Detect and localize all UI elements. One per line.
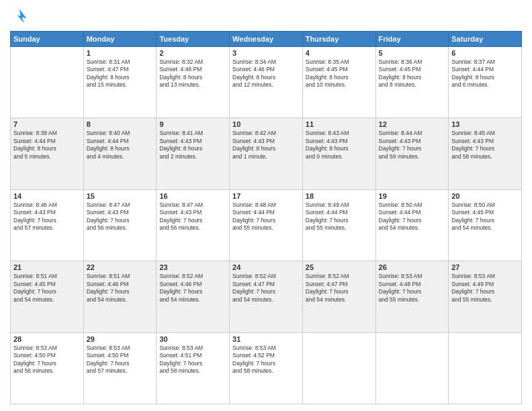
day-cell: 29Sunrise: 8:53 AM Sunset: 4:50 PM Dayli… xyxy=(83,332,157,404)
day-number: 28 xyxy=(13,335,81,343)
day-cell: 14Sunrise: 8:46 AM Sunset: 4:43 PM Dayli… xyxy=(11,189,84,261)
day-cell: 15Sunrise: 8:47 AM Sunset: 4:43 PM Dayli… xyxy=(83,189,157,261)
day-number: 4 xyxy=(306,49,373,57)
day-info: Sunrise: 8:53 AM Sunset: 4:50 PM Dayligh… xyxy=(13,345,81,375)
day-info: Sunrise: 8:52 AM Sunset: 4:47 PM Dayligh… xyxy=(232,273,300,304)
day-info: Sunrise: 8:52 AM Sunset: 4:47 PM Dayligh… xyxy=(306,273,373,304)
day-info: Sunrise: 8:53 AM Sunset: 4:51 PM Dayligh… xyxy=(159,345,226,375)
svg-marker-0 xyxy=(17,9,27,24)
day-info: Sunrise: 8:51 AM Sunset: 4:45 PM Dayligh… xyxy=(13,273,81,304)
day-info: Sunrise: 8:50 AM Sunset: 4:45 PM Dayligh… xyxy=(451,201,519,232)
day-cell: 6Sunrise: 8:37 AM Sunset: 4:44 PM Daylig… xyxy=(449,47,522,118)
day-info: Sunrise: 8:43 AM Sunset: 4:43 PM Dayligh… xyxy=(306,130,373,161)
day-number: 6 xyxy=(451,49,519,57)
day-number: 10 xyxy=(232,120,300,128)
day-cell: 31Sunrise: 8:53 AM Sunset: 4:52 PM Dayli… xyxy=(230,332,303,404)
day-number: 7 xyxy=(13,120,81,128)
day-number: 5 xyxy=(379,49,446,57)
day-info: Sunrise: 8:49 AM Sunset: 4:44 PM Dayligh… xyxy=(306,201,373,232)
day-cell: 26Sunrise: 8:53 AM Sunset: 4:48 PM Dayli… xyxy=(375,261,449,332)
col-header-sunday: Sunday xyxy=(11,32,84,47)
day-number: 27 xyxy=(451,263,519,271)
day-info: Sunrise: 8:53 AM Sunset: 4:49 PM Dayligh… xyxy=(451,273,519,304)
day-number: 3 xyxy=(232,49,300,57)
day-number: 11 xyxy=(306,120,373,128)
day-info: Sunrise: 8:47 AM Sunset: 4:43 PM Dayligh… xyxy=(159,201,226,232)
day-cell: 19Sunrise: 8:50 AM Sunset: 4:44 PM Dayli… xyxy=(375,189,449,261)
day-info: Sunrise: 8:46 AM Sunset: 4:43 PM Dayligh… xyxy=(13,201,81,232)
day-cell: 13Sunrise: 8:45 AM Sunset: 4:43 PM Dayli… xyxy=(449,118,522,189)
col-header-thursday: Thursday xyxy=(302,32,375,47)
day-number: 8 xyxy=(87,120,154,128)
col-header-monday: Monday xyxy=(83,32,157,47)
day-cell: 25Sunrise: 8:52 AM Sunset: 4:47 PM Dayli… xyxy=(302,261,375,332)
day-cell: 23Sunrise: 8:52 AM Sunset: 4:46 PM Dayli… xyxy=(157,261,230,332)
day-cell: 2Sunrise: 8:32 AM Sunset: 4:46 PM Daylig… xyxy=(157,47,230,118)
day-number: 16 xyxy=(159,192,226,200)
day-number: 30 xyxy=(159,335,226,343)
week-row-3: 14Sunrise: 8:46 AM Sunset: 4:43 PM Dayli… xyxy=(11,189,522,261)
day-number: 19 xyxy=(379,192,446,200)
day-info: Sunrise: 8:53 AM Sunset: 4:52 PM Dayligh… xyxy=(232,345,300,375)
col-header-tuesday: Tuesday xyxy=(157,32,230,47)
day-cell: 5Sunrise: 8:36 AM Sunset: 4:45 PM Daylig… xyxy=(375,47,449,118)
day-number: 26 xyxy=(379,263,446,271)
day-info: Sunrise: 8:48 AM Sunset: 4:44 PM Dayligh… xyxy=(232,201,300,232)
header-row: SundayMondayTuesdayWednesdayThursdayFrid… xyxy=(11,32,522,47)
day-info: Sunrise: 8:32 AM Sunset: 4:46 PM Dayligh… xyxy=(159,58,226,89)
day-cell: 9Sunrise: 8:41 AM Sunset: 4:43 PM Daylig… xyxy=(157,118,230,189)
day-cell: 4Sunrise: 8:35 AM Sunset: 4:45 PM Daylig… xyxy=(302,47,375,118)
day-info: Sunrise: 8:42 AM Sunset: 4:43 PM Dayligh… xyxy=(232,130,300,161)
day-info: Sunrise: 8:51 AM Sunset: 4:46 PM Dayligh… xyxy=(87,273,154,304)
day-cell: 11Sunrise: 8:43 AM Sunset: 4:43 PM Dayli… xyxy=(302,118,375,189)
day-cell: 30Sunrise: 8:53 AM Sunset: 4:51 PM Dayli… xyxy=(157,332,230,404)
day-cell: 22Sunrise: 8:51 AM Sunset: 4:46 PM Dayli… xyxy=(83,261,157,332)
day-info: Sunrise: 8:52 AM Sunset: 4:46 PM Dayligh… xyxy=(159,273,226,304)
day-info: Sunrise: 8:35 AM Sunset: 4:45 PM Dayligh… xyxy=(306,58,373,89)
day-info: Sunrise: 8:53 AM Sunset: 4:48 PM Dayligh… xyxy=(379,273,446,304)
day-cell: 16Sunrise: 8:47 AM Sunset: 4:43 PM Dayli… xyxy=(157,189,230,261)
day-cell: 3Sunrise: 8:34 AM Sunset: 4:46 PM Daylig… xyxy=(230,47,303,118)
day-cell: 12Sunrise: 8:44 AM Sunset: 4:43 PM Dayli… xyxy=(375,118,449,189)
day-info: Sunrise: 8:39 AM Sunset: 4:44 PM Dayligh… xyxy=(13,130,81,161)
week-row-5: 28Sunrise: 8:53 AM Sunset: 4:50 PM Dayli… xyxy=(11,332,522,404)
day-number: 25 xyxy=(306,263,373,271)
day-cell: 20Sunrise: 8:50 AM Sunset: 4:45 PM Dayli… xyxy=(449,189,522,261)
header xyxy=(10,7,522,26)
logo xyxy=(10,7,32,26)
day-cell xyxy=(11,47,84,118)
day-info: Sunrise: 8:50 AM Sunset: 4:44 PM Dayligh… xyxy=(379,201,446,232)
day-cell: 8Sunrise: 8:40 AM Sunset: 4:44 PM Daylig… xyxy=(83,118,157,189)
day-number: 2 xyxy=(159,49,226,57)
day-cell: 7Sunrise: 8:39 AM Sunset: 4:44 PM Daylig… xyxy=(11,118,84,189)
week-row-2: 7Sunrise: 8:39 AM Sunset: 4:44 PM Daylig… xyxy=(11,118,522,189)
day-number: 14 xyxy=(13,192,81,200)
day-number: 24 xyxy=(232,263,300,271)
day-cell: 27Sunrise: 8:53 AM Sunset: 4:49 PM Dayli… xyxy=(449,261,522,332)
day-cell: 18Sunrise: 8:49 AM Sunset: 4:44 PM Dayli… xyxy=(302,189,375,261)
logo-icon xyxy=(10,7,29,26)
day-number: 31 xyxy=(232,335,300,343)
day-info: Sunrise: 8:37 AM Sunset: 4:44 PM Dayligh… xyxy=(451,58,519,89)
day-number: 20 xyxy=(451,192,519,200)
week-row-1: 1Sunrise: 8:31 AM Sunset: 4:47 PM Daylig… xyxy=(11,47,522,118)
day-number: 22 xyxy=(87,263,154,271)
day-info: Sunrise: 8:45 AM Sunset: 4:43 PM Dayligh… xyxy=(451,130,519,161)
day-number: 29 xyxy=(87,335,154,343)
day-cell: 21Sunrise: 8:51 AM Sunset: 4:45 PM Dayli… xyxy=(11,261,84,332)
day-number: 1 xyxy=(87,49,154,57)
day-cell xyxy=(302,332,375,404)
col-header-wednesday: Wednesday xyxy=(230,32,303,47)
day-info: Sunrise: 8:34 AM Sunset: 4:46 PM Dayligh… xyxy=(232,58,300,89)
day-info: Sunrise: 8:36 AM Sunset: 4:45 PM Dayligh… xyxy=(379,58,446,89)
day-number: 12 xyxy=(379,120,446,128)
day-cell: 1Sunrise: 8:31 AM Sunset: 4:47 PM Daylig… xyxy=(83,47,157,118)
day-cell xyxy=(449,332,522,404)
day-number: 21 xyxy=(13,263,81,271)
day-cell: 28Sunrise: 8:53 AM Sunset: 4:50 PM Dayli… xyxy=(11,332,84,404)
page: SundayMondayTuesdayWednesdayThursdayFrid… xyxy=(0,0,532,411)
col-header-saturday: Saturday xyxy=(449,32,522,47)
col-header-friday: Friday xyxy=(375,32,449,47)
day-number: 23 xyxy=(159,263,226,271)
week-row-4: 21Sunrise: 8:51 AM Sunset: 4:45 PM Dayli… xyxy=(11,261,522,332)
